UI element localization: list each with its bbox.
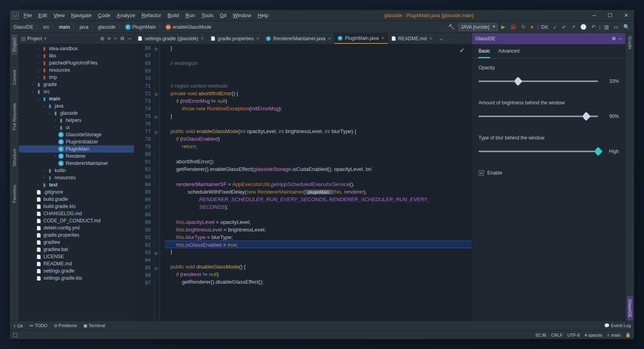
left-tab-project[interactable]: Project — [11, 35, 18, 55]
menu-help[interactable]: Help — [254, 12, 272, 18]
menu-navigate[interactable]: Navigate — [68, 12, 95, 18]
indent-setting[interactable]: 4 spaces — [585, 333, 602, 337]
breadcrumb-item[interactable]: GlassIDE — [13, 24, 33, 30]
file-encoding[interactable]: UTF-8 — [567, 333, 580, 337]
fold-gutter[interactable]: ⊟⊟⊟⊟⊟⊟ — [154, 44, 160, 321]
git-push-icon[interactable]: ↗ — [570, 24, 577, 30]
bottom-tab-terminal[interactable]: ▣ Terminal — [83, 323, 105, 328]
tree-node[interactable]: 📄build.gradle — [19, 196, 134, 203]
close-button[interactable]: ✕ — [618, 10, 634, 21]
editor-tab[interactable]: 📄settings.gradle (glassIde)✕ — [134, 33, 207, 44]
left-tab-structure[interactable]: Structure — [11, 145, 18, 170]
enable-checkbox[interactable]: ✔ — [479, 170, 484, 176]
tree-node[interactable]: ›▮helpers — [19, 117, 134, 124]
tree-node[interactable]: CPluginInitializer — [19, 138, 134, 145]
close-tab-icon[interactable]: ✕ — [201, 36, 204, 41]
left-tab-commit[interactable]: Commit — [11, 67, 18, 88]
fold-toggle-icon[interactable]: ⊟ — [155, 129, 158, 136]
hide-panel-icon[interactable]: ─ — [618, 36, 622, 41]
run-configuration-select[interactable]: JAVA [runIde] ▼ — [458, 23, 498, 31]
code-content[interactable]: ✔ } // endregion // region control metho… — [160, 44, 472, 321]
menu-build[interactable]: Build — [164, 12, 182, 18]
blur-slider[interactable] — [479, 151, 598, 152]
minimize-button[interactable]: ─ — [586, 10, 602, 21]
menu-code[interactable]: Code — [95, 12, 114, 18]
select-opened-icon[interactable]: ⊕ — [100, 35, 104, 41]
tree-node[interactable]: 📄.gitignore — [19, 188, 134, 196]
menu-edit[interactable]: Edit — [35, 12, 50, 18]
tree-node[interactable]: ›▮test — [19, 181, 134, 188]
tool-window-toggle-icon[interactable] — [13, 333, 17, 337]
tree-node[interactable]: 📄gradlew.bat — [19, 246, 134, 253]
tree-node[interactable]: ›▮gradle — [19, 81, 134, 88]
menu-git[interactable]: Git — [217, 12, 230, 18]
tab-overflow-icon[interactable]: ⌄ — [436, 33, 447, 44]
menu-analyze[interactable]: Analyze — [114, 12, 138, 18]
right-tab-glasside[interactable]: GlassIDE — [627, 296, 633, 321]
fold-toggle-icon[interactable]: ⊟ — [155, 265, 158, 273]
close-tab-icon[interactable]: ✕ — [256, 36, 259, 41]
tree-node[interactable]: ›▮idea-sandbox — [19, 45, 134, 52]
cursor-position[interactable]: 92:36 — [536, 333, 547, 337]
tree-node[interactable]: 📄settings.gradle.kts — [19, 274, 134, 282]
tree-node[interactable]: CRendererMaintainer — [19, 160, 134, 167]
tree-node[interactable]: 📄LICENSE — [19, 253, 134, 260]
search-everywhere-icon[interactable]: 🔍 — [622, 24, 631, 30]
fold-toggle-icon[interactable]: ⊟ — [155, 250, 158, 257]
stop-icon[interactable]: ■ — [529, 24, 535, 30]
right-tab-gradle[interactable]: Gradle — [627, 33, 633, 53]
line-separator[interactable]: CRLF — [551, 333, 563, 337]
tree-node[interactable]: CGlassIdeStorage — [19, 131, 134, 138]
run-icon[interactable]: ▶ — [500, 24, 506, 30]
editor-tab[interactable]: CRendererMaintainer.java✕ — [263, 33, 335, 44]
fold-toggle-icon[interactable]: ⊟ — [155, 114, 158, 121]
glasside-tab-basic[interactable]: Basic — [479, 48, 490, 58]
tree-node[interactable]: CPluginMain — [19, 145, 134, 153]
breadcrumb-item[interactable]: CPluginMain — [125, 24, 156, 30]
editor-tab[interactable]: CPluginMain.java✕ — [335, 33, 388, 44]
rollback-icon[interactable]: ↶ — [590, 24, 597, 30]
tree-node[interactable]: ›▮resources — [19, 67, 134, 74]
tree-node[interactable]: ⌄▮main — [19, 95, 134, 102]
bottom-tab-todo[interactable]: ≔ TODO — [29, 323, 47, 328]
tree-node[interactable]: 📄build.gradle.kts — [19, 203, 134, 210]
tree-node[interactable]: 📄detekt-config.yml — [19, 224, 134, 231]
event-log-button[interactable]: 💬 Event Log — [604, 323, 631, 328]
panel-settings-icon[interactable]: ⚙ — [120, 35, 125, 41]
tree-node[interactable]: ›▮resources — [19, 174, 134, 181]
validation-check-icon[interactable]: ✔ — [459, 47, 465, 54]
git-update-icon[interactable]: ↙ — [551, 24, 558, 30]
menu-window[interactable]: Window — [230, 12, 254, 18]
menu-tools[interactable]: Tools — [198, 12, 217, 18]
breadcrumb-item[interactable]: java — [80, 24, 89, 30]
menu-view[interactable]: View — [50, 12, 68, 18]
close-tab-icon[interactable]: ✕ — [429, 36, 432, 41]
tree-node[interactable]: ›▮tmp — [19, 74, 134, 81]
menu-file[interactable]: File — [20, 12, 35, 18]
tree-node[interactable]: 📄gradlew — [19, 239, 134, 246]
maximize-button[interactable]: ☐ — [602, 10, 618, 21]
tree-node[interactable]: ⌄▮glasside — [19, 110, 134, 117]
editor-body[interactable]: 6667686970717273747576777879808182838485… — [134, 44, 472, 321]
project-tree[interactable]: ›▮idea-sandbox›▮libs›▮patchedPluginXmlFi… — [19, 44, 134, 321]
tree-node[interactable]: ⌄▮src — [19, 88, 134, 95]
menu-refactor[interactable]: Refactor — [138, 12, 164, 18]
lock-icon[interactable]: 🔒 — [625, 332, 631, 337]
editor-tab[interactable]: 📄README.md✕ — [388, 33, 436, 44]
fold-toggle-icon[interactable]: ⊟ — [155, 45, 158, 53]
history-icon[interactable]: 🕘 — [579, 24, 588, 30]
tree-node[interactable]: 📄settings.gradle — [19, 267, 134, 274]
ide-settings-icon[interactable]: ▥ — [603, 24, 610, 30]
tree-node[interactable]: ›CRenderer — [19, 153, 134, 160]
tree-node[interactable]: 📄CODE_OF_CONDUCT.md — [19, 217, 134, 224]
layout-icon[interactable]: ▭ — [612, 24, 620, 30]
tree-node[interactable]: ›▮kotlin — [19, 167, 134, 174]
git-branch[interactable]: ᚼ main — [607, 333, 620, 337]
hide-panel-icon[interactable]: ─ — [128, 35, 132, 41]
debug-icon[interactable]: 🐞 — [509, 24, 518, 30]
bottom-tab-problems[interactable]: ⊘ Problems — [54, 323, 77, 328]
enable-checkbox-row[interactable]: ✔ Enable — [479, 170, 619, 176]
panel-settings-icon[interactable]: ⚙ — [612, 36, 616, 41]
collapse-icon[interactable]: ÷ — [114, 35, 117, 41]
tree-node[interactable]: 📄CHANGELOG.md — [19, 210, 134, 217]
